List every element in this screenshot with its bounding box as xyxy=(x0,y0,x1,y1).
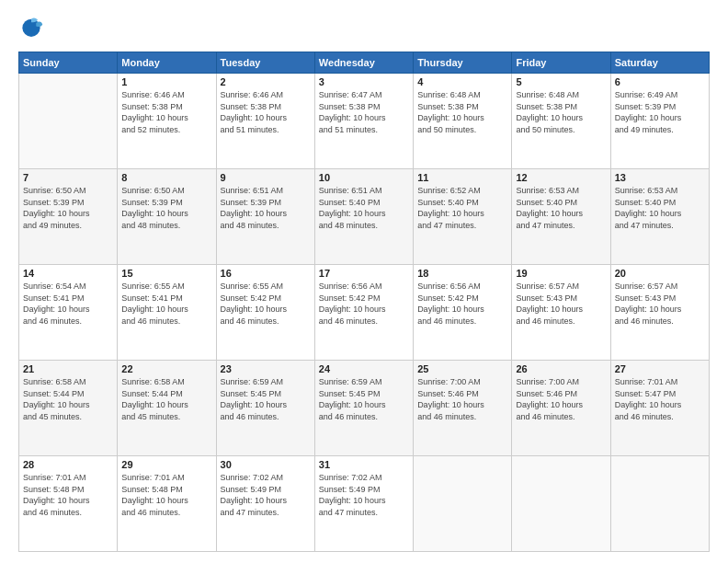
calendar-cell: 16Sunrise: 6:55 AM Sunset: 5:42 PM Dayli… xyxy=(216,265,314,361)
day-number: 27 xyxy=(615,363,705,374)
logo-icon xyxy=(18,17,44,42)
calendar-cell: 30Sunrise: 7:02 AM Sunset: 5:49 PM Dayli… xyxy=(216,456,314,552)
calendar-cell: 25Sunrise: 7:00 AM Sunset: 5:46 PM Dayli… xyxy=(414,361,512,456)
calendar-cell: 18Sunrise: 6:56 AM Sunset: 5:42 PM Dayli… xyxy=(414,265,512,361)
day-info: Sunrise: 6:51 AM Sunset: 5:40 PM Dayligh… xyxy=(319,185,409,231)
day-info: Sunrise: 6:46 AM Sunset: 5:38 PM Dayligh… xyxy=(221,89,311,135)
logo xyxy=(18,17,48,42)
day-info: Sunrise: 6:53 AM Sunset: 5:40 PM Dayligh… xyxy=(615,185,705,231)
calendar-cell: 15Sunrise: 6:55 AM Sunset: 5:41 PM Dayli… xyxy=(118,265,216,361)
calendar-table: SundayMondayTuesdayWednesdayThursdayFrid… xyxy=(18,52,710,552)
day-number: 22 xyxy=(121,363,211,374)
day-info: Sunrise: 6:59 AM Sunset: 5:45 PM Dayligh… xyxy=(319,376,409,422)
day-number: 14 xyxy=(23,268,113,279)
day-number: 18 xyxy=(417,268,507,279)
day-header-wednesday: Wednesday xyxy=(314,52,413,74)
calendar-cell: 10Sunrise: 6:51 AM Sunset: 5:40 PM Dayli… xyxy=(314,169,413,265)
calendar-cell: 13Sunrise: 6:53 AM Sunset: 5:40 PM Dayli… xyxy=(610,169,709,265)
day-number: 2 xyxy=(221,76,311,87)
calendar-cell: 6Sunrise: 6:49 AM Sunset: 5:39 PM Daylig… xyxy=(610,74,709,169)
day-info: Sunrise: 7:01 AM Sunset: 5:47 PM Dayligh… xyxy=(615,376,705,422)
day-number: 7 xyxy=(23,172,113,183)
day-info: Sunrise: 6:55 AM Sunset: 5:42 PM Dayligh… xyxy=(221,281,311,327)
calendar-cell xyxy=(19,74,118,169)
day-number: 28 xyxy=(23,459,113,470)
day-number: 10 xyxy=(319,172,409,183)
day-header-saturday: Saturday xyxy=(610,52,709,74)
calendar-cell: 1Sunrise: 6:46 AM Sunset: 5:38 PM Daylig… xyxy=(118,74,216,169)
calendar-cell: 26Sunrise: 7:00 AM Sunset: 5:46 PM Dayli… xyxy=(512,361,610,456)
day-info: Sunrise: 6:54 AM Sunset: 5:41 PM Dayligh… xyxy=(23,281,113,327)
day-number: 25 xyxy=(417,363,507,374)
calendar-cell: 4Sunrise: 6:48 AM Sunset: 5:38 PM Daylig… xyxy=(414,74,512,169)
day-number: 8 xyxy=(121,172,211,183)
day-info: Sunrise: 6:48 AM Sunset: 5:38 PM Dayligh… xyxy=(417,89,507,135)
calendar-cell: 11Sunrise: 6:52 AM Sunset: 5:40 PM Dayli… xyxy=(414,169,512,265)
day-header-thursday: Thursday xyxy=(414,52,512,74)
day-info: Sunrise: 6:51 AM Sunset: 5:39 PM Dayligh… xyxy=(221,185,311,231)
calendar-cell: 20Sunrise: 6:57 AM Sunset: 5:43 PM Dayli… xyxy=(610,265,709,361)
calendar-cell: 3Sunrise: 6:47 AM Sunset: 5:38 PM Daylig… xyxy=(314,74,413,169)
day-info: Sunrise: 6:56 AM Sunset: 5:42 PM Dayligh… xyxy=(417,281,507,327)
calendar-cell: 12Sunrise: 6:53 AM Sunset: 5:40 PM Dayli… xyxy=(512,169,610,265)
calendar-cell: 23Sunrise: 6:59 AM Sunset: 5:45 PM Dayli… xyxy=(216,361,314,456)
calendar-cell: 8Sunrise: 6:50 AM Sunset: 5:39 PM Daylig… xyxy=(118,169,216,265)
day-info: Sunrise: 7:02 AM Sunset: 5:49 PM Dayligh… xyxy=(319,472,409,518)
calendar-cell: 19Sunrise: 6:57 AM Sunset: 5:43 PM Dayli… xyxy=(512,265,610,361)
day-info: Sunrise: 6:55 AM Sunset: 5:41 PM Dayligh… xyxy=(121,281,211,327)
calendar-cell: 31Sunrise: 7:02 AM Sunset: 5:49 PM Dayli… xyxy=(314,456,413,552)
day-info: Sunrise: 7:00 AM Sunset: 5:46 PM Dayligh… xyxy=(417,376,507,422)
day-header-monday: Monday xyxy=(118,52,216,74)
calendar-cell: 22Sunrise: 6:58 AM Sunset: 5:44 PM Dayli… xyxy=(118,361,216,456)
day-info: Sunrise: 6:59 AM Sunset: 5:45 PM Dayligh… xyxy=(221,376,311,422)
day-number: 12 xyxy=(516,172,606,183)
day-number: 11 xyxy=(417,172,507,183)
calendar-cell: 5Sunrise: 6:48 AM Sunset: 5:38 PM Daylig… xyxy=(512,74,610,169)
day-info: Sunrise: 6:58 AM Sunset: 5:44 PM Dayligh… xyxy=(23,376,113,422)
day-number: 29 xyxy=(121,459,211,470)
calendar-week-row: 21Sunrise: 6:58 AM Sunset: 5:44 PM Dayli… xyxy=(19,361,710,456)
calendar-header-row: SundayMondayTuesdayWednesdayThursdayFrid… xyxy=(19,52,710,74)
page: SundayMondayTuesdayWednesdayThursdayFrid… xyxy=(0,0,728,563)
calendar-cell: 2Sunrise: 6:46 AM Sunset: 5:38 PM Daylig… xyxy=(216,74,314,169)
day-header-sunday: Sunday xyxy=(19,52,118,74)
day-info: Sunrise: 7:01 AM Sunset: 5:48 PM Dayligh… xyxy=(121,472,211,518)
calendar-cell: 24Sunrise: 6:59 AM Sunset: 5:45 PM Dayli… xyxy=(314,361,413,456)
day-number: 23 xyxy=(221,363,311,374)
day-info: Sunrise: 6:57 AM Sunset: 5:43 PM Dayligh… xyxy=(516,281,606,327)
calendar-week-row: 14Sunrise: 6:54 AM Sunset: 5:41 PM Dayli… xyxy=(19,265,710,361)
day-info: Sunrise: 6:52 AM Sunset: 5:40 PM Dayligh… xyxy=(417,185,507,231)
day-number: 21 xyxy=(23,363,113,374)
calendar-cell: 7Sunrise: 6:50 AM Sunset: 5:39 PM Daylig… xyxy=(19,169,118,265)
calendar-cell xyxy=(414,456,512,552)
calendar-cell xyxy=(610,456,709,552)
day-info: Sunrise: 6:56 AM Sunset: 5:42 PM Dayligh… xyxy=(319,281,409,327)
day-number: 13 xyxy=(615,172,705,183)
day-info: Sunrise: 6:48 AM Sunset: 5:38 PM Dayligh… xyxy=(516,89,606,135)
header xyxy=(18,17,710,42)
day-info: Sunrise: 6:58 AM Sunset: 5:44 PM Dayligh… xyxy=(121,376,211,422)
calendar-cell: 29Sunrise: 7:01 AM Sunset: 5:48 PM Dayli… xyxy=(118,456,216,552)
day-number: 9 xyxy=(221,172,311,183)
calendar-cell: 28Sunrise: 7:01 AM Sunset: 5:48 PM Dayli… xyxy=(19,456,118,552)
calendar-week-row: 1Sunrise: 6:46 AM Sunset: 5:38 PM Daylig… xyxy=(19,74,710,169)
day-info: Sunrise: 7:02 AM Sunset: 5:49 PM Dayligh… xyxy=(221,472,311,518)
day-number: 30 xyxy=(221,459,311,470)
calendar-cell xyxy=(512,456,610,552)
day-info: Sunrise: 6:53 AM Sunset: 5:40 PM Dayligh… xyxy=(516,185,606,231)
day-number: 4 xyxy=(417,76,507,87)
day-number: 24 xyxy=(319,363,409,374)
calendar-cell: 21Sunrise: 6:58 AM Sunset: 5:44 PM Dayli… xyxy=(19,361,118,456)
day-number: 31 xyxy=(319,459,409,470)
day-info: Sunrise: 6:57 AM Sunset: 5:43 PM Dayligh… xyxy=(615,281,705,327)
day-number: 5 xyxy=(516,76,606,87)
calendar-cell: 14Sunrise: 6:54 AM Sunset: 5:41 PM Dayli… xyxy=(19,265,118,361)
day-info: Sunrise: 6:50 AM Sunset: 5:39 PM Dayligh… xyxy=(121,185,211,231)
calendar-week-row: 7Sunrise: 6:50 AM Sunset: 5:39 PM Daylig… xyxy=(19,169,710,265)
day-header-friday: Friday xyxy=(512,52,610,74)
calendar-cell: 9Sunrise: 6:51 AM Sunset: 5:39 PM Daylig… xyxy=(216,169,314,265)
day-number: 17 xyxy=(319,268,409,279)
calendar-cell: 27Sunrise: 7:01 AM Sunset: 5:47 PM Dayli… xyxy=(610,361,709,456)
day-number: 16 xyxy=(221,268,311,279)
day-info: Sunrise: 6:50 AM Sunset: 5:39 PM Dayligh… xyxy=(23,185,113,231)
